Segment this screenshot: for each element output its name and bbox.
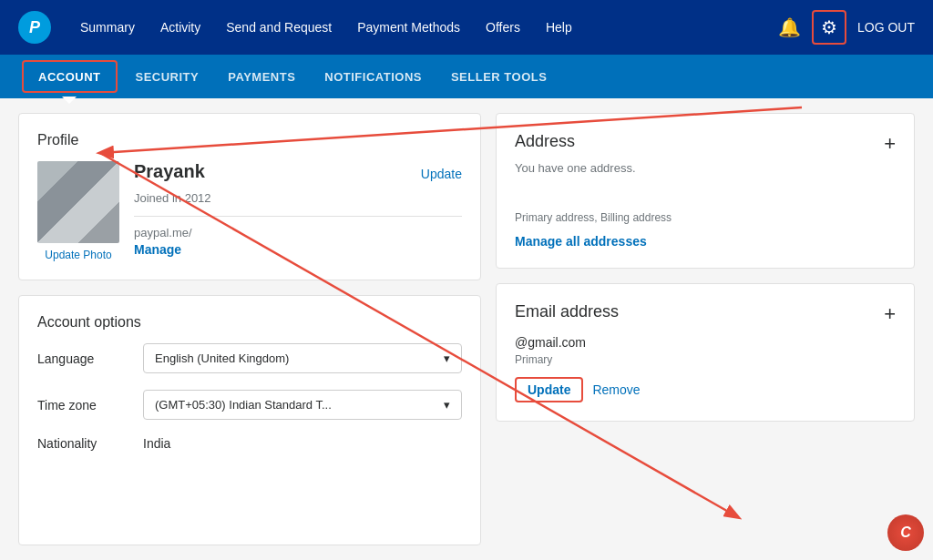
language-label: Language: [37, 351, 128, 366]
email-title: Email address: [515, 302, 619, 321]
top-nav-links: Summary Activity Send and Request Paymen…: [69, 13, 778, 42]
timezone-select[interactable]: (GMT+05:30) Indian Standard T... ▾: [143, 390, 462, 420]
profile-joined: Joined in 2012: [134, 191, 462, 205]
nav-offers[interactable]: Offers: [475, 13, 531, 42]
add-address-button[interactable]: +: [884, 132, 896, 156]
profile-name: Prayank: [134, 161, 205, 182]
email-remove-link[interactable]: Remove: [592, 382, 640, 397]
subnav-notifications[interactable]: NOTIFICATIONS: [310, 55, 436, 98]
nav-activity[interactable]: Activity: [149, 13, 211, 42]
address-title: Address: [515, 132, 575, 151]
logout-link[interactable]: LOG OUT: [857, 20, 915, 35]
profile-card: Profile Update Photo Prayank Update Join…: [18, 113, 481, 280]
email-header: Email address +: [515, 302, 896, 326]
address-card: Address + You have one address. Primary …: [496, 113, 915, 269]
right-column: Address + You have one address. Primary …: [496, 113, 915, 545]
update-photo-link[interactable]: Update Photo: [45, 249, 111, 261]
manage-all-addresses-link[interactable]: Manage all addresses: [515, 234, 647, 249]
avatar-area: Update Photo: [37, 161, 119, 261]
paypal-me-area: paypal.me/ Manage: [134, 226, 192, 258]
profile-section-title: Profile: [37, 132, 462, 148]
chevron-down-icon: ▾: [444, 351, 450, 365]
subnav-account[interactable]: ACCOUNT: [22, 60, 118, 93]
address-header: Address +: [515, 132, 896, 156]
watermark: C: [887, 514, 924, 551]
profile-info: Prayank Update Joined in 2012 paypal.me/…: [134, 161, 462, 258]
manage-link[interactable]: Manage: [134, 242, 181, 257]
profile-update-link[interactable]: Update: [421, 167, 462, 181]
add-email-button[interactable]: +: [884, 302, 896, 326]
timezone-label: Time zone: [37, 398, 128, 412]
chevron-down-icon: ▾: [444, 398, 450, 412]
profile-section: Update Photo Prayank Update Joined in 20…: [37, 161, 462, 261]
paypal-me-row: paypal.me/ Manage: [134, 216, 462, 258]
timezone-row: Time zone (GMT+05:30) Indian Standard T.…: [37, 390, 462, 420]
account-options-title: Account options: [37, 314, 462, 331]
email-update-button[interactable]: Update: [515, 377, 583, 402]
main-content: Profile Update Photo Prayank Update Join…: [0, 98, 933, 560]
nationality-value: India: [143, 436, 170, 451]
avatar: [37, 161, 119, 243]
sub-navigation: ACCOUNT SECURITY PAYMENTS NOTIFICATIONS …: [0, 55, 933, 98]
nav-payment-methods[interactable]: Payment Methods: [346, 13, 471, 42]
bell-icon[interactable]: 🔔: [778, 16, 801, 38]
top-nav-right: 🔔 ⚙ LOG OUT: [778, 10, 915, 45]
paypal-me-label: paypal.me/: [134, 226, 192, 239]
nationality-row: Nationality India: [37, 436, 462, 451]
nav-send-request[interactable]: Send and Request: [215, 13, 343, 42]
address-subtitle: You have one address.: [515, 161, 896, 175]
email-value: @gmail.com: [515, 335, 896, 350]
nav-summary[interactable]: Summary: [69, 13, 146, 42]
profile-name-row: Prayank Update: [134, 161, 462, 186]
address-meta: Primary address, Billing address: [515, 211, 896, 224]
nationality-label: Nationality: [37, 436, 128, 451]
left-column: Profile Update Photo Prayank Update Join…: [18, 113, 481, 545]
subnav-security[interactable]: SECURITY: [121, 55, 214, 98]
language-select[interactable]: English (United Kingdom) ▾: [143, 343, 462, 373]
email-actions: Update Remove: [515, 377, 896, 402]
top-navigation: P Summary Activity Send and Request Paym…: [0, 0, 933, 55]
gear-icon-button[interactable]: ⚙: [812, 10, 846, 45]
subnav-seller-tools[interactable]: SELLER TOOLS: [436, 55, 561, 98]
language-row: Language English (United Kingdom) ▾: [37, 343, 462, 373]
paypal-logo[interactable]: P: [18, 11, 51, 44]
email-address-card: Email address + @gmail.com Primary Updat…: [496, 283, 915, 422]
email-primary-label: Primary: [515, 353, 896, 366]
account-options-card: Account options Language English (United…: [18, 295, 481, 545]
subnav-payments[interactable]: PAYMENTS: [213, 55, 310, 98]
nav-help[interactable]: Help: [535, 13, 583, 42]
